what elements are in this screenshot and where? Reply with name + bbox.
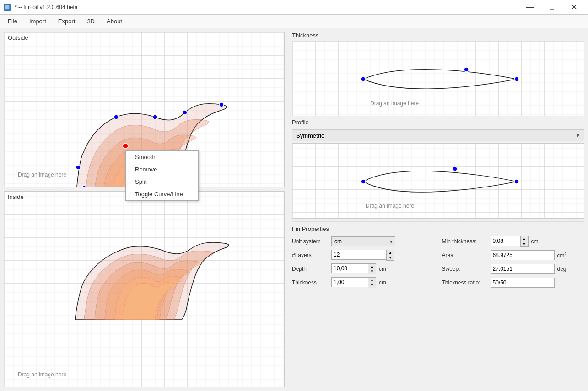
thickness-ratio-label: Thickness ratio: xyxy=(442,279,488,286)
inside-canvas-svg xyxy=(4,192,284,387)
area-row: Area: cm2 xyxy=(442,250,585,261)
layers-spin-up[interactable]: ▲ xyxy=(387,250,394,255)
right-panel: Thickness Drag an image here Profile xyxy=(288,28,588,391)
profile-control-top[interactable] xyxy=(453,166,457,171)
menu-export[interactable]: Export xyxy=(52,16,81,27)
context-smooth[interactable]: Smooth xyxy=(126,151,198,163)
thickness-spin: ▲ ▼ xyxy=(331,277,376,288)
outside-section: Outside xyxy=(4,32,285,187)
window-title: * -- finFoil v1.2.0.604 beta xyxy=(15,4,77,11)
sweep-label: Sweep: xyxy=(442,266,488,272)
menu-import[interactable]: Import xyxy=(23,16,52,27)
properties-grid: Unit system cm mm inch ▼ Min thickness: xyxy=(292,236,584,288)
svg-rect-1 xyxy=(5,5,9,9)
layers-row: #Layers ▲ ▼ xyxy=(292,250,435,261)
area-unit: cm2 xyxy=(557,252,567,259)
profile-control-right[interactable] xyxy=(514,179,519,184)
depth-spin-down[interactable]: ▼ xyxy=(368,269,376,274)
unit-system-row: Unit system cm mm inch ▼ xyxy=(292,236,435,247)
sweep-unit: deg xyxy=(557,266,566,272)
context-remove[interactable]: Remove xyxy=(126,163,198,176)
fin-properties-section: Fin Properties Unit system cm mm inch ▼ xyxy=(292,221,584,288)
min-thickness-unit: cm xyxy=(531,238,539,245)
thickness-drag-label: Drag an image here xyxy=(370,100,419,107)
inside-label: Inside xyxy=(8,193,24,200)
unit-system-select[interactable]: cm mm inch xyxy=(331,236,395,246)
control-point[interactable] xyxy=(153,115,157,119)
svg-rect-6 xyxy=(292,144,584,218)
selected-control-point[interactable] xyxy=(123,143,128,149)
thickness-title: Thickness xyxy=(292,32,584,39)
min-thickness-spin-down[interactable]: ▼ xyxy=(521,241,528,246)
menu-about[interactable]: About xyxy=(101,16,128,27)
min-thickness-input[interactable] xyxy=(491,236,520,246)
min-thickness-spin-buttons: ▲ ▼ xyxy=(520,236,529,247)
menu-bar: File Import Export 3D About xyxy=(0,15,588,28)
context-menu: Smooth Remove Split Toggle Curve/Line xyxy=(125,150,199,201)
close-button[interactable]: ✕ xyxy=(563,0,584,15)
profile-dropdown[interactable]: Symmetric Asymmetric Custom xyxy=(292,129,584,141)
fin-properties-title: Fin Properties xyxy=(292,225,584,232)
inside-drag-label: Drag an image here xyxy=(18,371,66,378)
depth-label: Depth xyxy=(292,266,329,272)
depth-spin-buttons: ▲ ▼ xyxy=(368,263,376,274)
depth-spin-up[interactable]: ▲ xyxy=(368,264,376,269)
layers-spin-down[interactable]: ▼ xyxy=(387,255,394,260)
sweep-row: Sweep: deg xyxy=(442,263,585,274)
sweep-input xyxy=(491,264,555,274)
min-thickness-label: Min thickness: xyxy=(442,238,488,245)
profile-control-left[interactable] xyxy=(361,179,366,184)
profile-section: Profile Symmetric Asymmetric Custom ▼ xyxy=(292,119,584,219)
min-thickness-spin-up[interactable]: ▲ xyxy=(521,236,528,241)
area-label: Area: xyxy=(442,252,488,258)
title-bar-left: * -- finFoil v1.2.0.604 beta xyxy=(4,4,77,11)
control-point[interactable] xyxy=(219,102,224,107)
control-point[interactable] xyxy=(114,115,119,119)
thickness-canvas-wrap[interactable]: Drag an image here xyxy=(292,41,584,116)
min-thickness-row: Min thickness: ▲ ▼ cm xyxy=(442,236,585,247)
context-toggle-curve-line[interactable]: Toggle Curve/Line xyxy=(126,188,198,200)
outside-drag-label: Drag an image here xyxy=(18,171,66,178)
main-content: Outside xyxy=(0,28,588,391)
context-split[interactable]: Split xyxy=(126,176,198,188)
profile-select-wrap: Symmetric Asymmetric Custom ▼ xyxy=(292,129,584,141)
profile-canvas-svg xyxy=(292,144,584,218)
thickness-unit: cm xyxy=(379,279,386,286)
profile-canvas-wrap[interactable]: Drag an image here xyxy=(292,143,584,219)
area-input xyxy=(491,250,555,260)
min-thickness-spin: ▲ ▼ xyxy=(491,236,529,247)
depth-input[interactable] xyxy=(331,263,368,273)
outside-canvas-area[interactable]: Smooth Remove Split Toggle Curve/Line Dr… xyxy=(4,32,284,187)
thickness-spin-buttons: ▲ ▼ xyxy=(368,277,376,288)
thickness-control-left[interactable] xyxy=(361,77,366,81)
profile-drag-label: Drag an image here xyxy=(366,203,414,209)
control-point[interactable] xyxy=(183,110,187,115)
thickness-spin-up[interactable]: ▲ xyxy=(368,278,376,283)
thickness-label: Thickness xyxy=(292,279,329,286)
thickness-input[interactable] xyxy=(331,277,368,287)
minimize-button[interactable]: — xyxy=(519,0,540,15)
control-point[interactable] xyxy=(76,165,81,170)
maximize-button[interactable]: □ xyxy=(541,0,562,15)
thickness-spin-down[interactable]: ▼ xyxy=(368,283,376,288)
thickness-control-right[interactable] xyxy=(514,77,519,81)
left-panel: Outside xyxy=(0,28,288,391)
thickness-ratio-input xyxy=(491,278,555,288)
profile-title: Profile xyxy=(292,119,584,126)
inside-canvas-area[interactable]: Drag an image here xyxy=(4,192,284,387)
outside-label: Outside xyxy=(8,34,28,41)
menu-file[interactable]: File xyxy=(2,16,23,27)
layers-input[interactable] xyxy=(331,250,386,260)
svg-rect-5 xyxy=(292,41,584,116)
depth-unit: cm xyxy=(379,266,386,272)
thickness-control-top[interactable] xyxy=(464,67,469,72)
control-point[interactable] xyxy=(82,186,86,187)
menu-3d[interactable]: 3D xyxy=(81,16,101,27)
layers-spin-buttons: ▲ ▼ xyxy=(386,250,394,261)
unit-system-select-wrap: cm mm inch ▼ xyxy=(331,236,395,246)
thickness-row: Thickness ▲ ▼ cm xyxy=(292,277,435,288)
title-bar: * -- finFoil v1.2.0.604 beta — □ ✕ xyxy=(0,0,588,15)
layers-spin: ▲ ▼ xyxy=(331,250,394,261)
window-controls: — □ ✕ xyxy=(519,0,584,15)
app-icon xyxy=(4,4,11,11)
